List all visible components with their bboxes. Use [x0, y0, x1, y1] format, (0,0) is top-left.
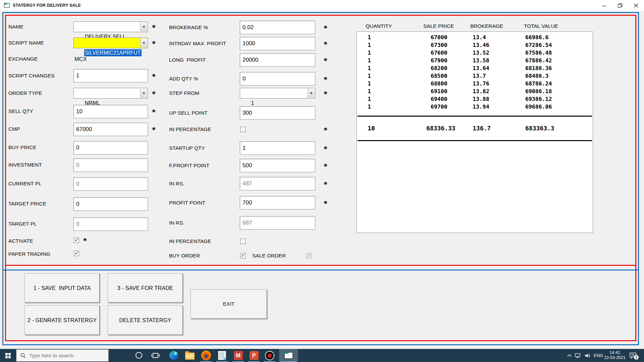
activate-label: ACTIVATE	[8, 238, 33, 244]
sell-qty-input[interactable]: 10	[73, 105, 148, 118]
table-row[interactable]: 16760013.5267586.48	[357, 50, 593, 57]
buy-price-input[interactable]: 0	[73, 141, 148, 155]
paper-trading-checkbox[interactable]	[74, 251, 79, 256]
table-cell: 13.76	[473, 80, 489, 87]
order-type-combobox[interactable]: NRML	[73, 88, 148, 99]
in-percentage-1-checkbox[interactable]	[240, 127, 246, 132]
name-dropdown-icon[interactable]	[140, 22, 147, 32]
exchange-value: MCX	[74, 56, 87, 62]
taskbar-active-app-icon[interactable]	[279, 349, 298, 362]
taskbar-file-explorer-icon[interactable]	[182, 349, 197, 362]
required-marker: *	[152, 108, 156, 115]
table-cell: 68500	[431, 73, 447, 79]
table-cell: 1	[368, 34, 371, 41]
table-cell: 67600	[431, 50, 447, 56]
table-cell: 69400	[431, 96, 447, 102]
taskbar-firefox-icon[interactable]	[199, 349, 213, 362]
current-pl-label: CURRENT PL	[8, 180, 42, 187]
table-cell: 1	[368, 80, 371, 87]
delete-strategy-button[interactable]: DELETE STATERGY	[108, 305, 183, 335]
close-button[interactable]	[628, 0, 644, 11]
taskbar-edge-icon[interactable]	[166, 349, 181, 362]
tray-chevron-up-icon[interactable]	[567, 349, 572, 362]
table-row[interactable]: 16970013.9469686.06	[357, 104, 593, 111]
taskbar: M P ENG 14:41 22-03-2021	[0, 349, 644, 362]
taskbar-m-app-icon[interactable]: M	[231, 349, 246, 362]
order-type-dropdown-icon[interactable]	[140, 88, 147, 98]
table-header-total-value: TOTAL VALUE	[524, 23, 558, 29]
generate-strategy-button[interactable]: 2 - GENRATE STRATERGY	[24, 305, 100, 335]
tray-network-icon[interactable]	[575, 349, 582, 362]
required-marker: *	[324, 180, 327, 188]
taskbar-notepad-icon[interactable]	[215, 349, 229, 362]
activate-checkbox[interactable]	[74, 238, 79, 243]
taskbar-powerpoint-icon[interactable]: P	[247, 349, 261, 362]
table-header-quantity: QUANTITY	[366, 23, 392, 29]
script-name-dropdown-icon[interactable]	[140, 38, 147, 48]
intrday-max-profit-input[interactable]: 1000	[240, 37, 315, 50]
table-cell: 1	[368, 65, 371, 71]
strategy-table[interactable]: 16700013.466986.616730013.4667286.541676…	[357, 32, 593, 233]
cmp-input[interactable]: 67000	[73, 123, 148, 136]
taskbar-search[interactable]	[16, 349, 109, 362]
sale-order-label: SALE ORDER	[252, 252, 286, 259]
table-row[interactable]: 16850013.768486.3	[357, 73, 593, 80]
in-rs-1-input[interactable]: 487	[240, 177, 315, 190]
script-name-combobox[interactable]: SILVERMIC21APRFUT	[73, 38, 148, 48]
save-for-trade-button[interactable]: 3 - SAVE FOR TRADE	[108, 273, 183, 303]
up-sell-point-input[interactable]: 300	[240, 106, 315, 120]
required-marker: *	[83, 237, 87, 244]
script-changes-input[interactable]: 1	[73, 69, 148, 82]
in-percentage-2-checkbox[interactable]	[240, 239, 246, 244]
required-marker: *	[324, 24, 327, 32]
table-cell: 1	[368, 50, 371, 56]
taskbar-recorder-icon[interactable]	[262, 349, 277, 362]
table-cell: 67886.42	[525, 57, 552, 64]
table-cell: 67300	[431, 42, 447, 48]
exit-button[interactable]: EXIT	[191, 289, 267, 319]
table-row[interactable]: 16790013.5867886.42	[357, 57, 593, 65]
table-row[interactable]: 16880013.7668786.24	[357, 80, 593, 88]
table-cell: 67000	[431, 34, 447, 41]
table-row[interactable]: 16940013.8869386.12	[357, 96, 593, 104]
tray-notification-icon[interactable]: 1	[629, 349, 637, 362]
add-qty-input[interactable]: 0	[240, 72, 315, 85]
step-from-dropdown-icon[interactable]	[308, 88, 315, 98]
tray-volume-icon[interactable]	[584, 349, 591, 362]
exchange-label: EXCHANGE	[8, 56, 38, 62]
startup-qty-input[interactable]: 1	[240, 141, 315, 155]
buy-order-label: BUY ORDER	[169, 252, 200, 259]
buy-order-checkbox[interactable]	[240, 253, 246, 258]
start-button[interactable]	[0, 349, 16, 362]
target-pl-input[interactable]: 0	[73, 218, 148, 231]
brokerage-input[interactable]: 0.02	[240, 21, 315, 34]
cortana-icon[interactable]	[136, 352, 142, 359]
table-cell: 13.7	[473, 73, 486, 79]
sale-order-checkbox[interactable]	[306, 253, 312, 258]
in-rs-2-input[interactable]: 687	[240, 216, 315, 230]
target-price-input[interactable]: 0	[73, 197, 148, 211]
tray-language-indicator[interactable]: ENG	[594, 349, 603, 362]
current-pl-input[interactable]: 0	[73, 177, 148, 191]
restore-button[interactable]	[612, 0, 628, 11]
profit-point-input[interactable]: 700	[240, 196, 315, 209]
required-marker: *	[152, 23, 156, 31]
app-window-icon	[4, 3, 10, 8]
table-row[interactable]: 16700013.466986.6	[357, 34, 593, 42]
step-from-combobox[interactable]: 1	[240, 88, 315, 99]
search-input[interactable]	[29, 353, 103, 358]
tray-clock[interactable]: 14:41 22-03-2021	[602, 350, 628, 360]
name-combobox[interactable]: DELIVERY SELL	[73, 21, 148, 32]
minimize-button[interactable]	[597, 0, 612, 11]
task-view-icon[interactable]	[153, 353, 158, 358]
table-header-brokerage: BROKERAGE	[470, 23, 503, 29]
table-row[interactable]: 16820013.6468186.36	[357, 65, 593, 73]
table-row[interactable]: 16730013.4667286.54	[357, 42, 593, 50]
save-input-data-button[interactable]: 1 - SAVE INPUT DATA	[24, 273, 100, 303]
table-row[interactable]: 16910013.8269086.18	[357, 88, 593, 96]
long-profit-input[interactable]: 20000	[240, 53, 315, 67]
windows-logo-icon	[5, 353, 11, 358]
investment-input[interactable]: 0	[73, 159, 148, 172]
table-cell: 13.94	[473, 104, 489, 110]
f-profit-point-input[interactable]: 500	[240, 159, 315, 172]
